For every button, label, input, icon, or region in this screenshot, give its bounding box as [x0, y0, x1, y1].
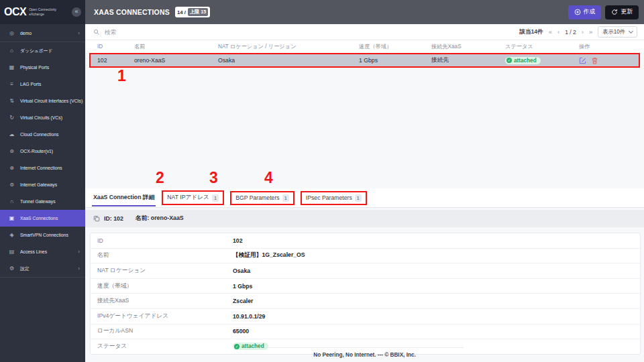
brand-logo: OCX [4, 6, 26, 18]
check-icon: ✓ [506, 58, 512, 63]
page-title: XAAS CONNECTIONS [94, 8, 170, 16]
internet-connections-icon: ⊕ [8, 165, 15, 171]
sidebar-item-label: SmartVPN Connections [20, 233, 68, 237]
app-window: OCX Open Connectivity eXchange « ◎ demo … [0, 0, 644, 362]
sidebar-item-label: Tunnel Gateways [20, 199, 56, 204]
sidebar-item-internet-connections[interactable]: ⊕ Internet Connections [0, 160, 85, 176]
detail-row-local-asn: ローカルASN 65000 [91, 324, 640, 340]
create-button[interactable]: 作成 [568, 5, 602, 19]
access-lines-icon: ▤ [8, 249, 15, 255]
sidebar-item-tunnel-gateways[interactable]: ∩ Tunnel Gateways [0, 193, 85, 210]
sidebar-item-vcs[interactable]: ↻ Virtual Circuits (VCs) [0, 109, 85, 126]
settings-icon: ⚙ [8, 265, 15, 272]
sidebar-item-label: Internet Connections [20, 166, 62, 170]
delete-icon[interactable] [591, 57, 598, 64]
column-header-nat-location: NAT ロケーション / リージョン [218, 43, 359, 50]
table-header: ID 名前 NAT ロケーション / リージョン 速度（帯域） 接続先XaaS … [85, 40, 644, 53]
internet-gateways-icon: ⊚ [8, 182, 15, 188]
footer-divider [265, 347, 464, 348]
refresh-button[interactable]: 更新 [605, 5, 639, 19]
page-indicator: 1 / 2 [565, 29, 576, 36]
tab-nat-ip-address[interactable]: NAT IPアドレス 1 [163, 192, 223, 204]
sidebar-item-cloud-connections[interactable]: ☁ Cloud Connections [0, 126, 85, 143]
tab-bgp-parameters[interactable]: BGP Parameters 1 [231, 192, 293, 204]
table-row[interactable]: 102 oreno-XaaS Osaka 1 Gbps 接続先 ✓ attach… [89, 53, 640, 68]
sidebar-item-lag-ports[interactable]: ≡ LAG Ports [0, 76, 85, 93]
column-header-status: ステータス [505, 43, 579, 50]
sidebar-item-label: Access Lines [20, 249, 47, 254]
context-name: 名前: oreno-XaaS [136, 215, 184, 223]
cloud-icon: ☁ [8, 131, 15, 137]
detail-row-speed: 速度（帯域） 1 Gbps [91, 279, 640, 294]
tab-ipsec-parameters[interactable]: IPsec Parameters 1 [302, 192, 366, 204]
column-header-speed: 速度（帯域） [359, 43, 431, 50]
sidebar-item-physical-ports[interactable]: ▦ Physical Ports [0, 59, 85, 76]
vc-icon: ↻ [8, 115, 15, 121]
column-header-id: ID [97, 44, 134, 50]
search-input[interactable] [103, 28, 186, 36]
list-toolbar: 該当14件 « ‹ 1 / 2 › » 表示10件 [85, 24, 644, 40]
sidebar-item-xaas-connections[interactable]: ▣ XaaS Connections [0, 210, 85, 227]
status-badge: ✓ attached [233, 343, 268, 350]
next-page-icon[interactable]: › [582, 28, 584, 36]
annotation-box-2: NAT IPアドレス 1 [162, 190, 224, 205]
sidebar-item-dashboard[interactable]: ⌂ ダッシュボード [0, 42, 85, 59]
sidebar-item-vcis[interactable]: ⇅ Virtual Circuit Interfaces (VCIs) [0, 93, 85, 109]
sidebar-collapse-icon[interactable]: « [72, 7, 81, 17]
page-size-select[interactable]: 表示10件 [598, 26, 637, 38]
physical-ports-icon: ▦ [8, 64, 15, 70]
cell-id: 102 [97, 57, 134, 64]
detail-tabs: XaaS Connection 詳細 NAT IPアドレス 1 BGP Para… [85, 188, 644, 208]
lag-ports-icon: ≡ [8, 81, 15, 87]
last-page-icon[interactable]: » [589, 28, 592, 36]
copy-icon [93, 215, 100, 222]
cell-nat-location: Osaka [218, 57, 359, 64]
cell-status: ✓ attached [505, 56, 579, 64]
tab-count-badge: 1 [212, 194, 219, 202]
sidebar-item-label: LAG Ports [20, 82, 41, 86]
pagination: 該当14件 « ‹ 1 / 2 › » 表示10件 [519, 26, 637, 38]
column-header-name: 名前 [134, 43, 218, 50]
sidebar-item-internet-gateways[interactable]: ⊚ Internet Gateways [0, 176, 85, 193]
main-content: 該当14件 « ‹ 1 / 2 › » 表示10件 ID 名前 NAT ロケーシ… [85, 24, 644, 362]
annotation-4: 4 [264, 169, 273, 187]
sidebar-item-settings[interactable]: ⚙ 設定 › [0, 260, 85, 277]
tab-xaas-connection-detail[interactable]: XaaS Connection 詳細 [92, 189, 156, 206]
sidebar-item-access-lines[interactable]: ▤ Access Lines › [0, 243, 85, 260]
sidebar-item-ocx-router[interactable]: ⊛ OCX-Router(v1) [0, 143, 85, 160]
count-badge: 14 / 上限 15 [175, 7, 210, 17]
column-header-xaas: 接続先XaaS [431, 43, 505, 50]
logo-area: OCX Open Connectivity eXchange « [0, 0, 85, 24]
footer-text: No Peering, No Internet. --- © BBIX, Inc… [85, 352, 644, 358]
sidebar-item-smartvpn-connections[interactable]: ◈ SmartVPN Connections [0, 227, 85, 243]
sidebar-item-label: Virtual Circuit Interfaces (VCIs) [20, 99, 83, 103]
selected-record-bar: ID: 102 名前: oreno-XaaS [85, 210, 644, 227]
annotation-3: 3 [209, 169, 218, 187]
chevron-right-icon: › [78, 249, 80, 255]
sidebar-item-label: 設定 [20, 265, 30, 272]
annotation-box-4: IPsec Parameters 1 [301, 191, 367, 205]
result-count: 該当14件 [519, 28, 543, 36]
chevron-right-icon: › [78, 265, 80, 272]
sidebar: OCX Open Connectivity eXchange « ◎ demo … [0, 0, 85, 362]
tab-count-badge: 1 [355, 194, 362, 202]
sidebar-item-demo[interactable]: ◎ demo › [0, 24, 85, 42]
chevron-down-icon [629, 29, 633, 34]
router-icon: ⊛ [8, 148, 15, 154]
tab-count-badge: 1 [282, 194, 289, 202]
detail-table: ID 102 名前 【検証用】1G_Zscaler_OS NAT ロケーション … [90, 233, 641, 355]
sidebar-item-label: OCX-Router(v1) [20, 149, 53, 154]
home-icon: ⌂ [8, 48, 15, 54]
sidebar-item-label: Internet Gateways [20, 182, 57, 187]
prev-page-icon[interactable]: ‹ [557, 28, 559, 36]
search-icon [93, 29, 100, 36]
sidebar-item-label: demo [20, 31, 32, 36]
column-header-actions: 操作 [579, 43, 644, 50]
xaas-connections-icon: ▣ [8, 215, 15, 221]
tunnel-gateways-icon: ∩ [8, 198, 15, 204]
vci-icon: ⇅ [8, 98, 15, 104]
first-page-icon[interactable]: « [549, 28, 552, 36]
edit-icon[interactable] [579, 57, 586, 64]
sidebar-item-label: Virtual Circuits (VCs) [20, 115, 62, 120]
sidebar-item-label: XaaS Connections [20, 216, 58, 221]
